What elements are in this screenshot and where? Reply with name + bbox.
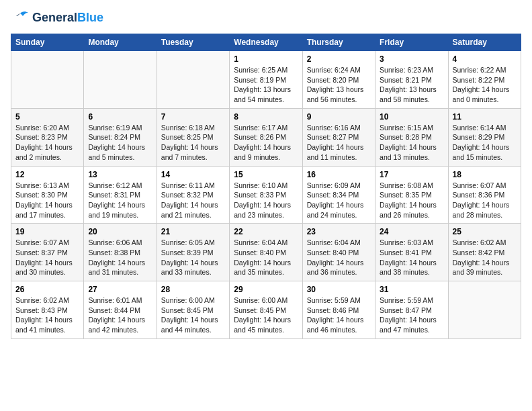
day-number: 10: [380, 112, 443, 122]
cell-sunrise-info: Sunrise: 6:04 AMSunset: 8:40 PMDaylight:…: [234, 238, 298, 277]
day-number: 7: [161, 112, 225, 122]
day-number: 14: [161, 170, 225, 179]
calendar-cell: 27Sunrise: 6:01 AMSunset: 8:44 PMDayligh…: [84, 281, 157, 339]
day-number: 17: [380, 170, 443, 179]
cell-sunrise-info: Sunrise: 6:19 AMSunset: 8:24 PMDaylight:…: [88, 123, 152, 163]
day-number: 19: [15, 227, 79, 236]
calendar-cell: 8Sunrise: 6:17 AMSunset: 8:26 PMDaylight…: [230, 108, 302, 166]
cell-sunrise-info: Sunrise: 6:07 AMSunset: 8:37 PMDaylight:…: [15, 238, 79, 277]
calendar-cell: 17Sunrise: 6:08 AMSunset: 8:35 PMDayligh…: [375, 166, 448, 224]
day-number: 15: [234, 170, 298, 179]
calendar-cell: 9Sunrise: 6:16 AMSunset: 8:27 PMDaylight…: [302, 108, 375, 166]
calendar-cell: 10Sunrise: 6:15 AMSunset: 8:28 PMDayligh…: [375, 108, 448, 166]
weekday-header: Thursday: [302, 34, 375, 51]
cell-sunrise-info: Sunrise: 6:15 AMSunset: 8:28 PMDaylight:…: [380, 123, 443, 163]
calendar-cell: [11, 51, 84, 109]
day-number: 18: [453, 170, 517, 179]
day-number: 1: [234, 54, 298, 64]
day-number: 13: [88, 170, 152, 179]
cell-sunrise-info: Sunrise: 6:10 AMSunset: 8:33 PMDaylight:…: [234, 181, 298, 220]
calendar-week-row: 5Sunrise: 6:20 AMSunset: 8:23 PMDaylight…: [11, 108, 521, 166]
calendar-cell: 21Sunrise: 6:05 AMSunset: 8:39 PMDayligh…: [157, 224, 229, 281]
calendar-cell: 20Sunrise: 6:06 AMSunset: 8:38 PMDayligh…: [84, 224, 157, 281]
day-number: 5: [15, 112, 79, 122]
cell-sunrise-info: Sunrise: 6:13 AMSunset: 8:30 PMDaylight:…: [15, 181, 79, 220]
cell-sunrise-info: Sunrise: 6:20 AMSunset: 8:23 PMDaylight:…: [15, 123, 79, 163]
cell-sunrise-info: Sunrise: 6:25 AMSunset: 8:19 PMDaylight:…: [234, 65, 298, 105]
weekday-header: Tuesday: [157, 34, 229, 51]
calendar-cell: 1Sunrise: 6:25 AMSunset: 8:19 PMDaylight…: [230, 51, 302, 109]
logo: GeneralBlue: [11, 11, 103, 26]
calendar-cell: 3Sunrise: 6:23 AMSunset: 8:21 PMDaylight…: [375, 51, 448, 109]
calendar-cell: 6Sunrise: 6:19 AMSunset: 8:24 PMDaylight…: [84, 108, 157, 166]
day-number: 4: [453, 54, 517, 64]
day-number: 25: [453, 227, 517, 236]
calendar-cell: [448, 281, 521, 339]
calendar-cell: 29Sunrise: 6:00 AMSunset: 8:45 PMDayligh…: [230, 281, 302, 339]
cell-sunrise-info: Sunrise: 6:04 AMSunset: 8:40 PMDaylight:…: [307, 238, 371, 277]
calendar-cell: 16Sunrise: 6:09 AMSunset: 8:34 PMDayligh…: [302, 166, 375, 224]
calendar-cell: 25Sunrise: 6:02 AMSunset: 8:42 PMDayligh…: [448, 224, 521, 281]
calendar-cell: 2Sunrise: 6:24 AMSunset: 8:20 PMDaylight…: [302, 51, 375, 109]
calendar-cell: 4Sunrise: 6:22 AMSunset: 8:22 PMDaylight…: [448, 51, 521, 109]
calendar-cell: 22Sunrise: 6:04 AMSunset: 8:40 PMDayligh…: [230, 224, 302, 281]
day-number: 20: [88, 227, 152, 236]
day-number: 26: [15, 285, 79, 294]
calendar-week-row: 19Sunrise: 6:07 AMSunset: 8:37 PMDayligh…: [11, 224, 521, 281]
cell-sunrise-info: Sunrise: 6:02 AMSunset: 8:43 PMDaylight:…: [15, 295, 79, 335]
calendar-cell: 18Sunrise: 6:07 AMSunset: 8:36 PMDayligh…: [448, 166, 521, 224]
cell-sunrise-info: Sunrise: 6:23 AMSunset: 8:21 PMDaylight:…: [380, 65, 443, 105]
cell-sunrise-info: Sunrise: 6:05 AMSunset: 8:39 PMDaylight:…: [161, 238, 225, 277]
cell-sunrise-info: Sunrise: 6:08 AMSunset: 8:35 PMDaylight:…: [380, 181, 443, 220]
cell-sunrise-info: Sunrise: 6:16 AMSunset: 8:27 PMDaylight:…: [307, 123, 371, 163]
day-number: 9: [307, 112, 371, 122]
logo-text: GeneralBlue: [32, 11, 103, 25]
day-number: 30: [307, 285, 371, 294]
calendar-cell: 26Sunrise: 6:02 AMSunset: 8:43 PMDayligh…: [11, 281, 84, 339]
calendar-cell: 5Sunrise: 6:20 AMSunset: 8:23 PMDaylight…: [11, 108, 84, 166]
calendar-cell: 30Sunrise: 5:59 AMSunset: 8:46 PMDayligh…: [302, 281, 375, 339]
calendar-cell: 31Sunrise: 5:59 AMSunset: 8:47 PMDayligh…: [375, 281, 448, 339]
weekday-header: Friday: [375, 34, 448, 51]
calendar-cell: 11Sunrise: 6:14 AMSunset: 8:29 PMDayligh…: [448, 108, 521, 166]
calendar-week-row: 1Sunrise: 6:25 AMSunset: 8:19 PMDaylight…: [11, 51, 521, 109]
cell-sunrise-info: Sunrise: 6:18 AMSunset: 8:25 PMDaylight:…: [161, 123, 225, 163]
cell-sunrise-info: Sunrise: 6:09 AMSunset: 8:34 PMDaylight:…: [307, 181, 371, 220]
cell-sunrise-info: Sunrise: 6:24 AMSunset: 8:20 PMDaylight:…: [307, 65, 371, 105]
calendar-cell: 15Sunrise: 6:10 AMSunset: 8:33 PMDayligh…: [230, 166, 302, 224]
cell-sunrise-info: Sunrise: 6:00 AMSunset: 8:45 PMDaylight:…: [234, 295, 298, 335]
day-number: 24: [380, 227, 443, 236]
calendar-cell: [157, 51, 229, 109]
day-number: 22: [234, 227, 298, 236]
cell-sunrise-info: Sunrise: 6:02 AMSunset: 8:42 PMDaylight:…: [453, 238, 517, 277]
calendar-cell: 23Sunrise: 6:04 AMSunset: 8:40 PMDayligh…: [302, 224, 375, 281]
cell-sunrise-info: Sunrise: 6:14 AMSunset: 8:29 PMDaylight:…: [453, 123, 517, 163]
day-number: 6: [88, 112, 152, 122]
cell-sunrise-info: Sunrise: 6:01 AMSunset: 8:44 PMDaylight:…: [88, 295, 152, 335]
calendar-cell: 28Sunrise: 6:00 AMSunset: 8:45 PMDayligh…: [157, 281, 229, 339]
cell-sunrise-info: Sunrise: 6:17 AMSunset: 8:26 PMDaylight:…: [234, 123, 298, 163]
cell-sunrise-info: Sunrise: 6:00 AMSunset: 8:45 PMDaylight:…: [161, 295, 225, 335]
logo-icon: [11, 11, 30, 26]
calendar-table: SundayMondayTuesdayWednesdayThursdayFrid…: [11, 34, 521, 339]
calendar-cell: 19Sunrise: 6:07 AMSunset: 8:37 PMDayligh…: [11, 224, 84, 281]
day-number: 31: [380, 285, 443, 294]
day-number: 28: [161, 285, 225, 294]
day-number: 21: [161, 227, 225, 236]
day-number: 8: [234, 112, 298, 122]
cell-sunrise-info: Sunrise: 6:11 AMSunset: 8:32 PMDaylight:…: [161, 181, 225, 220]
cell-sunrise-info: Sunrise: 6:06 AMSunset: 8:38 PMDaylight:…: [88, 238, 152, 277]
cell-sunrise-info: Sunrise: 6:03 AMSunset: 8:41 PMDaylight:…: [380, 238, 443, 277]
weekday-header: Wednesday: [230, 34, 302, 51]
day-number: 29: [234, 285, 298, 294]
day-number: 23: [307, 227, 371, 236]
weekday-header: Monday: [84, 34, 157, 51]
calendar-cell: [84, 51, 157, 109]
calendar-cell: 24Sunrise: 6:03 AMSunset: 8:41 PMDayligh…: [375, 224, 448, 281]
cell-sunrise-info: Sunrise: 5:59 AMSunset: 8:46 PMDaylight:…: [307, 295, 371, 335]
weekday-header: Sunday: [11, 34, 84, 51]
cell-sunrise-info: Sunrise: 6:22 AMSunset: 8:22 PMDaylight:…: [453, 65, 517, 105]
calendar-cell: 12Sunrise: 6:13 AMSunset: 8:30 PMDayligh…: [11, 166, 84, 224]
cell-sunrise-info: Sunrise: 5:59 AMSunset: 8:47 PMDaylight:…: [380, 295, 443, 335]
day-number: 12: [15, 170, 79, 179]
